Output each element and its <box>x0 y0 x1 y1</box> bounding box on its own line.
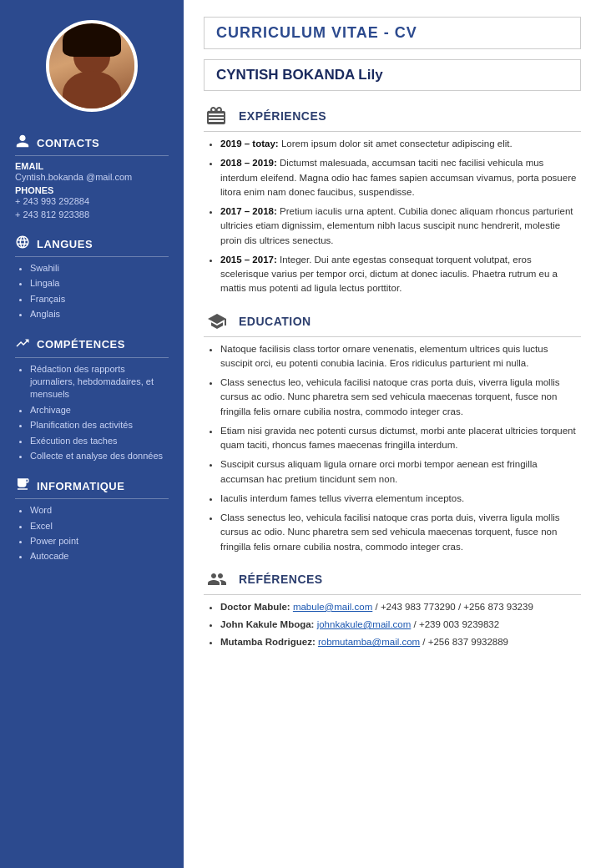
name-box: CYNTISH BOKANDA Lily <box>204 59 581 91</box>
list-item: Français <box>30 293 169 305</box>
list-item: Anglais <box>30 308 169 320</box>
list-item: Word <box>30 504 169 517</box>
contacts-section: CONTACTS EMAIL Cyntish.bokanda @mail.com… <box>0 125 184 226</box>
competences-icon <box>15 336 30 354</box>
langues-icon <box>15 235 30 253</box>
informatique-section: INFORMATIQUE WordExcelPower pointAutocad… <box>0 468 184 569</box>
list-item: Planification des activités <box>30 419 169 431</box>
references-section: RÉFÉRENCES Doctor Mabule: mabule@mail.co… <box>204 568 581 650</box>
list-item: 2019 – totay: Lorem ipsum dolor sit amet… <box>220 137 581 151</box>
experiences-section: EXPÉRIENCES 2019 – totay: Lorem ipsum do… <box>204 104 581 296</box>
list-item: Power point <box>30 535 169 548</box>
cv-title-box: CURRICULUM VITAE - CV <box>204 17 581 49</box>
list-item: Exécution des taches <box>30 435 169 447</box>
list-item: Iaculis interdum fames tellus viverra el… <box>220 492 581 506</box>
experiences-icon <box>204 104 230 128</box>
informatique-title: INFORMATIQUE <box>15 477 169 499</box>
education-header: EDUCATION <box>204 310 581 337</box>
langues-list: SwahiliLingalaFrançaisAnglais <box>15 262 169 321</box>
list-item: Class senectus leo, vehicula facilisi na… <box>220 511 581 554</box>
list-item: Doctor Mabule: mabule@mail.com / +243 98… <box>220 600 581 614</box>
education-title: EDUCATION <box>239 315 311 328</box>
competences-list: Rédaction des rapports journaliers, hebd… <box>15 363 169 463</box>
list-item: Class senectus leo, vehicula facilisi na… <box>220 376 581 419</box>
reference-email-link[interactable]: mabule@mail.com <box>293 602 372 612</box>
informatique-list: WordExcelPower pointAutocade <box>15 504 169 563</box>
references-title: RÉFÉRENCES <box>239 573 323 586</box>
list-item: Collecte et analyse des données <box>30 450 169 462</box>
list-item: 2015 – 2017: Integer. Dui ante egestas c… <box>220 253 581 296</box>
full-name: CYNTISH BOKANDA Lily <box>216 67 568 83</box>
list-item: Suscipit cursus aliquam ligula ornare or… <box>220 457 581 487</box>
contacts-title: CONTACTS <box>15 134 169 156</box>
list-item: Excel <box>30 520 169 532</box>
sidebar: CONTACTS EMAIL Cyntish.bokanda @mail.com… <box>0 0 184 868</box>
experiences-title: EXPÉRIENCES <box>239 109 326 123</box>
langues-section: LANGUES SwahiliLingalaFrançaisAnglais <box>0 226 184 327</box>
langues-title: LANGUES <box>15 235 169 257</box>
reference-email-link[interactable]: robmutamba@mail.com <box>318 637 420 647</box>
references-icon <box>204 568 230 591</box>
experiences-list: 2019 – totay: Lorem ipsum dolor sit amet… <box>204 137 581 296</box>
list-item: Mutamba Rodriguez: robmutamba@mail.com /… <box>220 635 581 649</box>
list-item: Lingala <box>30 277 169 290</box>
list-item: Natoque facilisis class tortor ornare ve… <box>220 342 581 371</box>
list-item: Autocade <box>30 550 169 563</box>
references-header: RÉFÉRENCES <box>204 568 581 595</box>
competences-section: COMPÉTENCES Rédaction des rapports journ… <box>0 327 184 469</box>
list-item: John Kakule Mboga: johnkakule@mail.com /… <box>220 618 581 632</box>
education-list: Natoque facilisis class tortor ornare ve… <box>204 342 581 554</box>
education-icon <box>204 310 230 333</box>
list-item: 2017 – 2018: Pretium iaculis urna aptent… <box>220 204 581 248</box>
reference-email-link[interactable]: johnkakule@mail.com <box>317 619 412 629</box>
main-content: CURRICULUM VITAE - CV CYNTISH BOKANDA Li… <box>184 0 601 868</box>
list-item: Rédaction des rapports journaliers, hebd… <box>30 363 169 401</box>
competences-title: COMPÉTENCES <box>15 336 169 358</box>
list-item: 2018 – 2019: Dictumst malesuada, accumsa… <box>220 156 581 199</box>
education-section: EDUCATION Natoque facilisis class tortor… <box>204 310 581 554</box>
experiences-header: EXPÉRIENCES <box>204 104 581 132</box>
list-item: Swahili <box>30 262 169 275</box>
cv-title: CURRICULUM VITAE - CV <box>216 24 568 42</box>
references-list: Doctor Mabule: mabule@mail.com / +243 98… <box>204 600 581 650</box>
avatar <box>46 20 138 112</box>
list-item: Archivage <box>30 404 169 416</box>
list-item: Etiam nisi gravida nec potenti cursus di… <box>220 424 581 453</box>
informatique-icon <box>15 477 30 495</box>
contacts-icon <box>15 134 30 152</box>
